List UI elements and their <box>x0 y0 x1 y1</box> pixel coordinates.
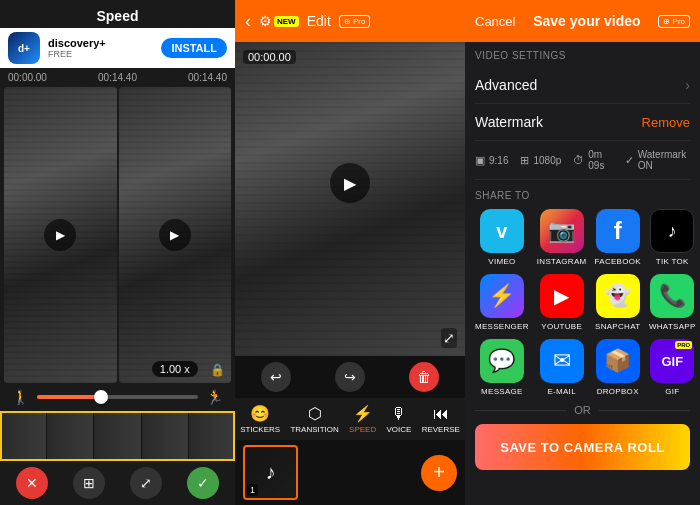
ad-banner: d+ discovery+ FREE INSTALL <box>0 28 235 68</box>
share-dropbox[interactable]: 📦 DROPBOX <box>595 339 641 396</box>
fast-icon: 🏃 <box>206 389 223 405</box>
play-btn-left[interactable]: ▶ <box>44 219 76 251</box>
left-panel: Speed d+ discovery+ FREE INSTALL 00:00.0… <box>0 0 235 505</box>
delete-button[interactable]: 🗑 <box>409 362 439 392</box>
duration-icon: ⏱ <box>573 154 584 166</box>
stickers-icon: 😊 <box>250 404 270 423</box>
share-tiktok[interactable]: ♪ TIK TOK <box>649 209 696 266</box>
resolution-icon: ⊞ <box>520 154 529 167</box>
video-thumb-left[interactable]: ▶ <box>4 87 117 383</box>
remove-watermark-button[interactable]: Remove <box>642 115 690 130</box>
voice-icon: 🎙 <box>391 405 407 423</box>
ad-subtitle: FREE <box>48 49 153 59</box>
middle-top-nav: ‹ ⚙ NEW Edit ⊕ Pro <box>235 0 465 42</box>
or-divider: OR <box>475 404 690 416</box>
tiktok-icon: ♪ <box>650 209 694 253</box>
thumb-count: 1 <box>247 484 258 496</box>
snapchat-label: SNAPCHAT <box>595 322 640 331</box>
instagram-icon: 📷 <box>540 209 584 253</box>
right-content: VIDEO SETTINGS Advanced › Watermark Remo… <box>465 42 700 505</box>
thumb-item-0[interactable]: ♪ 1 <box>243 445 298 500</box>
cancel-nav-button[interactable]: Cancel <box>475 14 515 29</box>
dropbox-icon: 📦 <box>596 339 640 383</box>
share-instagram[interactable]: 📷 INSTAGRAM <box>537 209 587 266</box>
ad-app-name: discovery+ <box>48 37 153 49</box>
main-play-button[interactable]: ▶ <box>330 163 370 203</box>
youtube-label: YOUTUBE <box>541 322 582 331</box>
transition-label: TRANSITION <box>290 425 338 434</box>
install-button[interactable]: INSTALL <box>161 38 227 58</box>
pro-badge[interactable]: ⊕ Pro <box>339 15 371 28</box>
share-messenger[interactable]: ⚡ MESSENGER <box>475 274 529 331</box>
share-vimeo[interactable]: v VIMEO <box>475 209 529 266</box>
share-email[interactable]: ✉ E-MAIL <box>537 339 587 396</box>
video-previews: ▶ ▶ 1.00 x 🔒 <box>0 87 235 383</box>
messenger-label: MESSENGER <box>475 322 529 331</box>
facebook-icon: f <box>596 209 640 253</box>
tool-voice[interactable]: 🎙 VOICE <box>386 405 411 434</box>
advanced-label: Advanced <box>475 77 537 93</box>
settings-button[interactable]: ⚙ NEW <box>259 13 299 29</box>
watermark-row: Watermark Remove <box>475 104 690 141</box>
stickers-label: STICKERS <box>240 425 280 434</box>
email-label: E-MAIL <box>547 387 575 396</box>
fullscreen-button[interactable]: ⤢ <box>441 328 457 348</box>
advanced-row[interactable]: Advanced › <box>475 67 690 104</box>
meta-resolution: ⊞ 1080p <box>520 149 561 171</box>
share-message[interactable]: 💬 MESSAGE <box>475 339 529 396</box>
share-snapchat[interactable]: 👻 SNAPCHAT <box>595 274 641 331</box>
lock-icon: 🔒 <box>210 363 225 377</box>
play-btn-right[interactable]: ▶ <box>159 219 191 251</box>
meta-watermark-value: Watermark ON <box>638 149 690 171</box>
vimeo-label: VIMEO <box>488 257 515 266</box>
add-clip-button[interactable]: + <box>421 455 457 491</box>
meta-ratio-value: 9:16 <box>489 155 508 166</box>
tool-reverse[interactable]: ⏮ REVERSE <box>422 405 460 434</box>
speed-slider-thumb[interactable] <box>94 390 108 404</box>
meta-resolution-value: 1080p <box>533 155 561 166</box>
or-line-right <box>599 410 690 411</box>
tool-bar: 😊 STICKERS ⬡ TRANSITION ⚡ SPEED 🎙 VOICE … <box>235 398 465 440</box>
cancel-button[interactable]: ✕ <box>16 467 48 499</box>
reverse-label: REVERSE <box>422 425 460 434</box>
redo-button[interactable]: ↪ <box>335 362 365 392</box>
speed-label: SPEED <box>349 425 376 434</box>
share-gif[interactable]: GIF PRO GIF <box>649 339 696 396</box>
save-camera-roll-label: SAVE TO CAMERA ROLL <box>500 440 665 455</box>
ad-app-icon: d+ <box>8 32 40 64</box>
voice-label: VOICE <box>386 425 411 434</box>
crop-button[interactable]: ⊞ <box>73 467 105 499</box>
gif-pro-badge: PRO <box>675 341 692 349</box>
timeline-start: 00:00.00 <box>8 72 47 83</box>
timeline-mid: 00:14.40 <box>98 72 137 83</box>
speed-slider-track[interactable] <box>37 395 198 399</box>
video-thumb-right[interactable]: ▶ 1.00 x 🔒 <box>119 87 232 383</box>
resize-button[interactable]: ⤢ <box>130 467 162 499</box>
save-camera-roll-button[interactable]: SAVE TO CAMERA ROLL <box>475 424 690 470</box>
tool-transition[interactable]: ⬡ TRANSITION <box>290 404 338 434</box>
tool-speed[interactable]: ⚡ SPEED <box>349 404 376 434</box>
transition-icon: ⬡ <box>308 404 322 423</box>
meta-row: ▣ 9:16 ⊞ 1080p ⏱ 0m 09s ✓ Watermark ON <box>475 141 690 180</box>
film-strip <box>0 411 235 461</box>
speed-badge: 1.00 x <box>152 361 198 377</box>
confirm-button[interactable]: ✓ <box>187 467 219 499</box>
gif-icon: GIF PRO <box>650 339 694 383</box>
share-to-label: SHARE TO <box>475 190 690 201</box>
video-timestamp: 00:00.00 <box>243 50 296 64</box>
share-whatsapp[interactable]: 📞 WHATSAPP <box>649 274 696 331</box>
undo-button[interactable]: ↩ <box>261 362 291 392</box>
share-facebook[interactable]: f FACEBOOK <box>595 209 641 266</box>
right-pro-badge[interactable]: ⊕ Pro <box>658 15 690 28</box>
dropbox-label: DROPBOX <box>597 387 639 396</box>
messenger-icon: ⚡ <box>480 274 524 318</box>
vimeo-icon: v <box>480 209 524 253</box>
new-badge: NEW <box>274 16 299 27</box>
edit-label[interactable]: Edit <box>307 13 331 29</box>
tool-stickers[interactable]: 😊 STICKERS <box>240 404 280 434</box>
back-button[interactable]: ‹ <box>245 11 251 32</box>
share-youtube[interactable]: ▶ YOUTUBE <box>537 274 587 331</box>
speed-slider-fill <box>37 395 101 399</box>
meta-ratio: ▣ 9:16 <box>475 149 508 171</box>
speed-slider-area: 🚶 🏃 <box>0 383 235 411</box>
